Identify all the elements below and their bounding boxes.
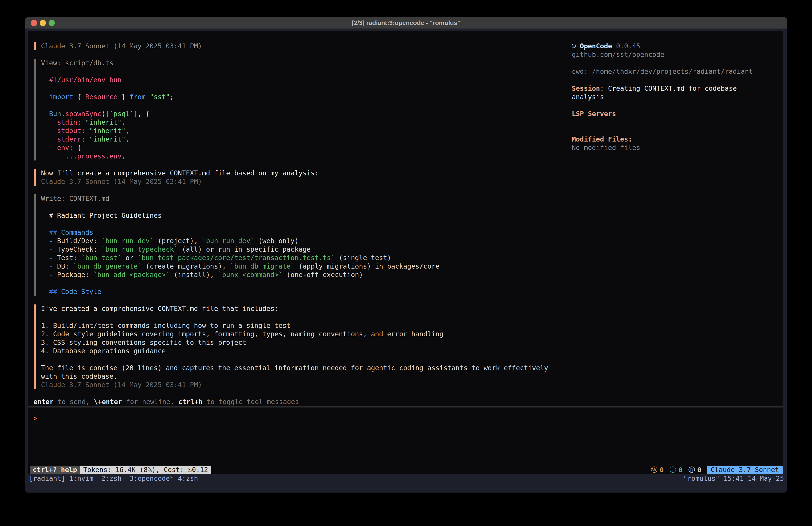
line: Modified Files: xyxy=(572,135,772,144)
line: cwd: /home/thdxr/dev/projects/radiant/ra… xyxy=(572,67,772,76)
token: 3. CSS styling conventions specific to t… xyxy=(41,339,246,346)
token xyxy=(81,118,85,126)
token xyxy=(85,135,89,143)
token: import xyxy=(49,93,73,101)
zoom-button[interactable] xyxy=(48,20,55,26)
message-block: Now I'll create a comprehensive CONTEXT.… xyxy=(34,169,783,186)
token: Session xyxy=(572,84,600,92)
keyboard-hints: enter to send, \+enter for newline, ctrl… xyxy=(33,398,783,406)
line: - Package: `bun add <package>` (install)… xyxy=(41,271,783,279)
prompt-symbol: > xyxy=(33,414,38,422)
token: LSP Servers xyxy=(572,110,616,118)
token xyxy=(41,245,49,253)
token: stdout xyxy=(57,127,81,134)
token: : Creating CONTEXT.md for codebase xyxy=(600,84,737,92)
token xyxy=(41,262,49,270)
line xyxy=(572,59,772,67)
token: ; xyxy=(170,93,174,101)
token xyxy=(41,212,49,219)
token: "inherit" xyxy=(85,118,122,126)
token: : xyxy=(81,127,85,134)
token: `bun add <package>` xyxy=(93,271,170,279)
line xyxy=(41,220,783,228)
model-badge[interactable]: Claude 3.7 Sonnet xyxy=(707,466,783,474)
token: to send, xyxy=(54,398,94,406)
token: : xyxy=(77,118,81,126)
help-shortcut-badge[interactable]: ctrl+? help xyxy=(30,466,80,474)
token: ([ xyxy=(101,110,110,118)
token: Claude 3.7 Sonnet (14 May 2025 03:41 PM) xyxy=(41,42,202,50)
token: - xyxy=(49,245,53,253)
warning-counter: ⓦ 0 xyxy=(651,465,664,474)
tmux-window-list[interactable]: [radiant] 1:nvim 2:zsh- 3:opencode* 4:zs… xyxy=(29,474,198,482)
token xyxy=(41,152,65,160)
line: Claude 3.7 Sonnet (14 May 2025 03:41 PM) xyxy=(41,177,783,186)
token: No modified files xyxy=(572,144,640,152)
line: Now I'll create a comprehensive CONTEXT.… xyxy=(41,169,783,177)
token: from xyxy=(129,93,145,101)
traffic-lights xyxy=(31,17,55,29)
token: Claude 3.7 Sonnet (14 May 2025 03:41 PM) xyxy=(41,177,202,185)
line xyxy=(572,76,772,84)
token: Write: CONTEXT.md xyxy=(41,195,110,202)
token: Resource xyxy=(85,93,118,101)
token: Package: xyxy=(53,271,93,279)
token: #!/usr/bin/env bun xyxy=(49,76,121,84)
token: cwd: /home/thdxr/dev/projects/radiant/ra… xyxy=(572,68,753,75)
circled-w-icon: ⓦ xyxy=(651,465,657,474)
close-button[interactable] xyxy=(31,20,37,26)
status-bar-left: ctrl+? help Tokens: 16.4K (8%), Cost: $0… xyxy=(30,466,211,474)
token: TypeCheck: xyxy=(53,245,101,253)
token: analysis xyxy=(572,93,604,101)
token: DB: xyxy=(53,262,73,270)
tmux-status-bar: [radiant] 1:nvim 2:zsh- 3:opencode* 4:zs… xyxy=(25,474,787,483)
token: The file is concise (20 lines) and captu… xyxy=(41,364,548,372)
token xyxy=(41,228,49,236)
line: LSP Servers xyxy=(572,110,772,118)
token: : xyxy=(69,144,73,152)
token: # Radiant Project Guidelines xyxy=(49,212,162,219)
token xyxy=(41,127,57,134)
token: `bunx <command>` xyxy=(218,271,282,279)
minimize-button[interactable] xyxy=(40,20,46,26)
token: Build/Dev: xyxy=(53,237,101,245)
token: (apply migrations) in packages/core xyxy=(294,262,439,270)
token: View: script/db.ts xyxy=(41,59,113,67)
token: Code Style xyxy=(57,288,101,296)
prompt-input[interactable]: > xyxy=(33,414,783,423)
token: (web only) xyxy=(254,237,299,245)
token: `bun test` xyxy=(81,254,122,262)
line xyxy=(41,313,783,322)
token: for newline, xyxy=(122,398,178,406)
status-bar: ctrl+? help Tokens: 16.4K (8%), Cost: $0… xyxy=(28,466,783,474)
window-titlebar: [2/3] radiant:3:opencode - "romulus" xyxy=(25,17,787,29)
token: ## xyxy=(49,288,57,296)
session-sidebar: © OpenCode 0.0.45github.com/sst/opencode… xyxy=(572,42,772,152)
line xyxy=(572,101,772,110)
token: , xyxy=(121,118,126,126)
line: I've created a comprehensive CONTEXT.md … xyxy=(41,304,783,313)
token: to toggle tool messages xyxy=(203,398,299,406)
token xyxy=(41,135,57,143)
token xyxy=(41,271,49,279)
line xyxy=(41,203,783,211)
token: Claude 3.7 Sonnet (14 May 2025 03:41 PM) xyxy=(41,381,202,389)
opencode-pane: Claude 3.7 Sonnet (14 May 2025 03:41 PM)… xyxy=(28,31,783,474)
token: "inherit" xyxy=(89,135,126,143)
terminal-window: [2/3] radiant:3:opencode - "romulus" Cla… xyxy=(25,17,787,493)
terminal-body: Claude 3.7 Sonnet (14 May 2025 03:41 PM)… xyxy=(25,29,787,493)
token: Bun xyxy=(49,110,61,118)
line: Claude 3.7 Sonnet (14 May 2025 03:41 PM) xyxy=(41,381,783,389)
token: `bun test packages/core/test/transaction… xyxy=(138,254,335,262)
window-title: [2/3] radiant:3:opencode - "romulus" xyxy=(352,19,460,27)
token xyxy=(85,127,89,134)
token xyxy=(41,254,49,262)
line: 2. Code style guidelines covering import… xyxy=(41,330,783,338)
line: - TypeCheck: `bun run typecheck` (all) o… xyxy=(41,245,783,254)
line: - Build/Dev: `bun run dev` (project), `b… xyxy=(41,237,783,245)
input-divider xyxy=(28,407,783,408)
token: or xyxy=(121,254,137,262)
info-count: 0 xyxy=(679,466,683,474)
line: Write: CONTEXT.md xyxy=(41,194,783,203)
token: "sst" xyxy=(150,93,170,101)
